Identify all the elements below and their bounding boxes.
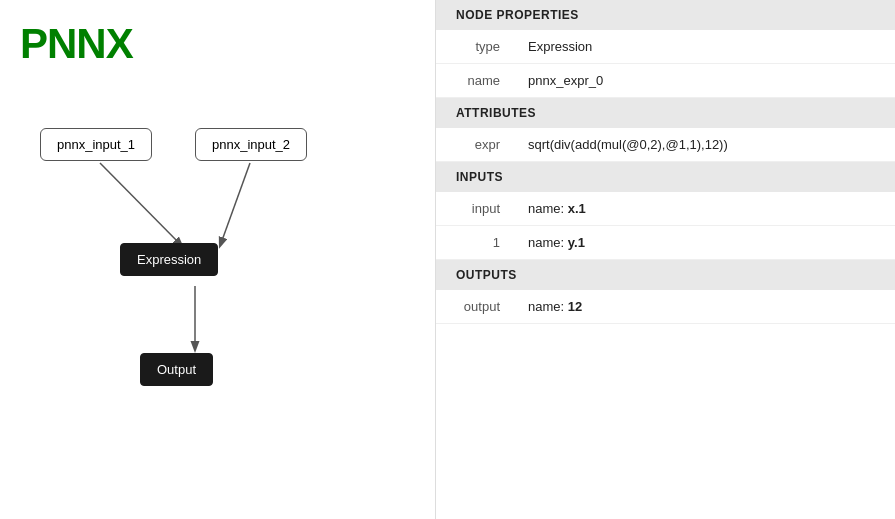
prop-key-type: type (436, 30, 516, 64)
table-row: expr sqrt(div(add(mul(@0,2),@1,1),12)) (436, 128, 895, 162)
node-properties-header: NODE PROPERTIES (436, 0, 895, 30)
expression-node[interactable]: Expression (120, 243, 218, 276)
node-properties-table: type Expression name pnnx_expr_0 (436, 30, 895, 98)
table-row: input name: x.1 (436, 192, 895, 226)
outputs-table: output name: 12 (436, 290, 895, 324)
prop-key-name: name (436, 64, 516, 98)
svg-line-1 (220, 163, 250, 246)
input-value-0: name: x.1 (516, 192, 895, 226)
table-row: output name: 12 (436, 290, 895, 324)
input-key-0: input (436, 192, 516, 226)
graph-area: pnnx_input_1 pnnx_input_2 Expression Out… (20, 98, 400, 458)
svg-line-0 (100, 163, 182, 246)
right-panel: NODE PROPERTIES type Expression name pnn… (435, 0, 895, 519)
output-name-0: 12 (568, 299, 582, 314)
attr-value-expr: sqrt(div(add(mul(@0,2),@1,1),12)) (516, 128, 895, 162)
table-row: 1 name: y.1 (436, 226, 895, 260)
output-key-0: output (436, 290, 516, 324)
attr-key-expr: expr (436, 128, 516, 162)
app-logo: PNNX (20, 20, 415, 68)
input-node-1[interactable]: pnnx_input_1 (40, 128, 152, 161)
outputs-header: OUTPUTS (436, 260, 895, 290)
inputs-header: INPUTS (436, 162, 895, 192)
attributes-header: ATTRIBUTES (436, 98, 895, 128)
input-name-1: y.1 (568, 235, 585, 250)
output-node[interactable]: Output (140, 353, 213, 386)
input-key-1: 1 (436, 226, 516, 260)
table-row: name pnnx_expr_0 (436, 64, 895, 98)
table-row: type Expression (436, 30, 895, 64)
input-name-0: x.1 (568, 201, 586, 216)
prop-value-name: pnnx_expr_0 (516, 64, 895, 98)
attributes-table: expr sqrt(div(add(mul(@0,2),@1,1),12)) (436, 128, 895, 162)
input-node-2[interactable]: pnnx_input_2 (195, 128, 307, 161)
input-value-1: name: y.1 (516, 226, 895, 260)
prop-value-type: Expression (516, 30, 895, 64)
left-panel: PNNX pnnx_input_1 pnnx_input_2 Expressio… (0, 0, 435, 519)
inputs-table: input name: x.1 1 name: y.1 (436, 192, 895, 260)
output-value-0: name: 12 (516, 290, 895, 324)
